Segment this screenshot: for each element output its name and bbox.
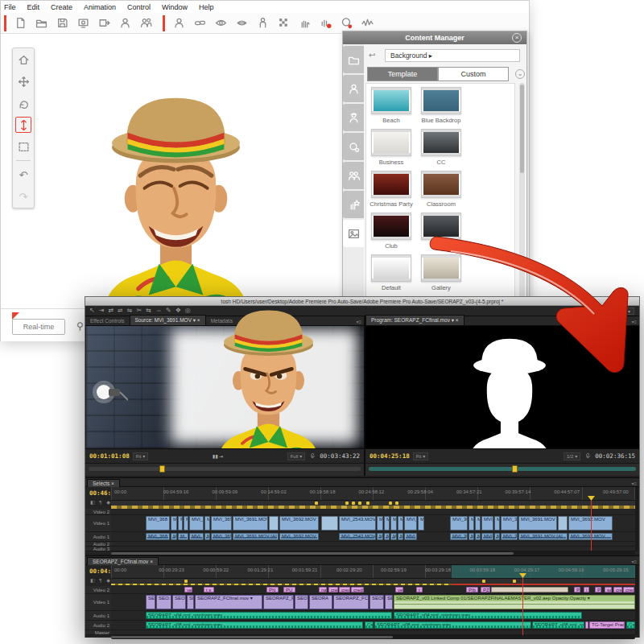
sequence-marker[interactable] [315, 502, 318, 505]
timeline-clip[interactable]: ye [395, 587, 403, 592]
timeline-clip[interactable]: M [384, 533, 390, 540]
actor-group-icon[interactable] [138, 16, 153, 31]
track-audio2[interactable]: SEORAPZ_v08.xml_mixdown.wavCaSEORAPZ_v08… [111, 621, 635, 630]
timeline-clip[interactable]: PN [266, 587, 279, 592]
timeline-clip[interactable]: SEOR [369, 595, 384, 609]
timeline-clip[interactable]: MVI_3I [481, 516, 493, 530]
timeline-clip[interactable]: Ca [365, 621, 374, 629]
time-ruler[interactable]: 00:0000:04:59:1600:09:59:0900:14:59:0200… [111, 487, 635, 501]
tab-selects[interactable]: Selects × [87, 479, 120, 487]
timeline-clip[interactable]: MVI_3690.I [211, 516, 232, 530]
sequence-marker[interactable] [352, 502, 355, 505]
sequence-marker[interactable] [389, 502, 392, 505]
marquee-icon[interactable] [15, 138, 31, 155]
lips-icon[interactable] [234, 16, 249, 31]
timeline-clip[interactable]: SEORAPZ_v08.xml_mixdown.wav [374, 621, 531, 629]
timeline-clip[interactable]: MVI_368 [450, 533, 468, 540]
timeline-clip[interactable]: SEOI [172, 595, 186, 609]
timeline-clip[interactable]: t s [204, 587, 214, 592]
timeline-clip[interactable]: SE [187, 595, 194, 609]
timeline-clip[interactable]: SEORAPZ_v04.xml_mixdown.wav [146, 612, 392, 619]
wrench-icon[interactable] [308, 452, 316, 460]
timeline-clip[interactable]: SEORAPZ_v04.xml_mixdown.wav [394, 612, 582, 619]
source-seekbar[interactable] [89, 467, 361, 471]
timeline-clip[interactable]: M [377, 516, 383, 530]
timeline-clip[interactable] [558, 516, 568, 530]
menu-help[interactable]: Help [199, 3, 214, 11]
track-header[interactable]: Audio 1 [85, 611, 111, 621]
timeline-clip[interactable]: sa [605, 587, 612, 592]
timeline-clip[interactable]: t [416, 587, 423, 592]
cm-sidebar-tab-actor[interactable] [343, 75, 364, 102]
timeline-clip[interactable]: MVI_3I [189, 516, 204, 530]
timeline-clip[interactable]: MVI_3691.MOV [V] ▾ [233, 516, 268, 530]
back-icon[interactable]: ↩ [369, 51, 380, 60]
timeline-clip[interactable]: MVI_2543.MOV [V] ▾ [339, 516, 376, 530]
scrollbar[interactable] [519, 83, 525, 318]
realtime-button[interactable]: Real-time [12, 319, 65, 335]
timeline-clip[interactable]: MVI_368 [450, 516, 468, 530]
open-folder-icon[interactable] [34, 16, 48, 31]
breadcrumb[interactable]: Background ▸ [385, 49, 520, 62]
redo-icon[interactable]: ↷ [15, 188, 31, 204]
tool-track-select[interactable]: ⇥ [99, 306, 105, 316]
cm-sidebar-tab-avatar[interactable] [343, 104, 364, 131]
new-doc-icon[interactable] [13, 16, 27, 31]
timeline-clip[interactable]: SEORAPZ_v03 Linked Comp 01/SEORAPZFINALA… [394, 595, 635, 609]
horizontal-scrollbar[interactable] [111, 635, 635, 639]
template-thumbnail[interactable]: Business [366, 129, 416, 171]
panel-menu-icon[interactable]: ▾≡ [631, 559, 637, 564]
timeline-clip[interactable]: SEORAPZ_v08.xml_mixdow [532, 621, 584, 629]
timeline-clip[interactable] [491, 587, 568, 592]
menu-file[interactable]: File [4, 3, 16, 11]
timeline-clip[interactable]: MVI_368 [146, 533, 170, 540]
timeline-clip[interactable]: M [469, 533, 474, 540]
timeline-clip[interactable]: MVI_3690.I [501, 516, 518, 530]
track-header[interactable]: Audio 2 [85, 621, 111, 630]
sequence-marker[interactable] [184, 580, 188, 583]
puppet-icon[interactable] [255, 16, 270, 31]
cm-sidebar-tab-effect[interactable] [343, 191, 364, 218]
tab-program[interactable]: Program: SEORAPZ_FCfinal.mov ▾ × [365, 315, 464, 325]
sequence-marker[interactable] [366, 502, 369, 505]
menu-control[interactable]: Control [127, 3, 151, 11]
timeline-clip[interactable]: M [178, 516, 183, 530]
template-thumbnail[interactable]: Club [366, 213, 416, 254]
cm-sidebar-tab-folder[interactable] [343, 46, 364, 73]
timeline-clip[interactable]: SEORAPZ_FCfinal.mov ▾ [195, 595, 262, 609]
stage-view-icon[interactable] [76, 16, 90, 31]
timeline-clip[interactable]: M [204, 533, 210, 540]
panel-menu-icon[interactable]: ▾≡ [631, 319, 637, 324]
template-thumbnail[interactable]: Blue Backdrop [416, 87, 466, 129]
template-thumbnail[interactable]: Default [366, 254, 416, 296]
menu-edit[interactable]: Edit [27, 3, 40, 11]
tab-sequence[interactable]: SEORAPZ_FCfinal.mov × [87, 557, 159, 565]
timeline-clip[interactable]: MVI_368 [146, 516, 170, 530]
stretch-icon[interactable] [15, 117, 31, 133]
vertical-scrollbar[interactable] [635, 565, 638, 635]
eye-icon[interactable] [213, 16, 228, 31]
gesture-hand-icon[interactable] [297, 16, 312, 31]
timeline-clip[interactable]: MVI_3I [481, 533, 493, 540]
character-icon[interactable] [171, 16, 186, 31]
timeline-clip[interactable]: MVI_3692.MOV [279, 533, 319, 540]
timeline-clip[interactable]: M [398, 533, 403, 540]
timeline-clip[interactable]: credits [623, 587, 634, 592]
timeline-clip[interactable]: M [475, 516, 481, 530]
timeline-clip[interactable]: SEORAPZ_v08.xml_mixdown.wav [146, 621, 363, 629]
track-header[interactable]: Master [85, 630, 111, 635]
timeline-clip[interactable]: cre [328, 587, 338, 592]
track-header[interactable]: Video 1 [85, 515, 111, 532]
timeline-clip[interactable]: SEORAPZ_FC [333, 595, 369, 609]
timeline-clip[interactable]: PIb [466, 587, 478, 592]
timeline-clip[interactable]: MVI_2543.MOV [A] [339, 533, 376, 540]
scrollbar-thumb[interactable] [520, 85, 524, 173]
timeline-clip[interactable]: MVI_3690. [501, 533, 518, 540]
timeline-clip[interactable]: Ca [626, 621, 635, 629]
timeline-clip[interactable]: PU [283, 587, 295, 592]
timeline-clip[interactable]: MV [390, 516, 397, 530]
timeline-toggle-icons[interactable]: ◧ ¶ ◆ [90, 499, 112, 505]
playhead[interactable] [591, 501, 592, 551]
motion-wave-icon[interactable] [360, 16, 374, 31]
timeline-clip[interactable]: ye [184, 587, 192, 592]
